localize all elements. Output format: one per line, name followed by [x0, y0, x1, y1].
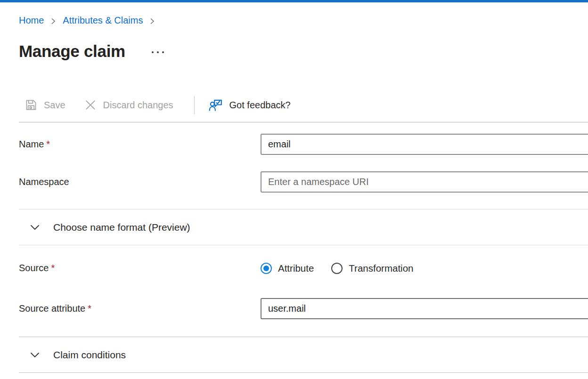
namespace-field-label: Namespace	[19, 177, 261, 187]
source-field-label: Source*	[19, 263, 261, 274]
source-attribute-input[interactable]	[261, 298, 588, 319]
source-transformation-radio[interactable]: Transformation	[331, 263, 413, 274]
source-attribute-radio-label: Attribute	[278, 263, 314, 274]
source-attribute-field-row: Source attribute*	[19, 298, 588, 319]
manage-claim-blade: Home Attributes & Claims Manage claim Sa…	[0, 14, 588, 373]
source-field-row: Source* Attribute Transformation	[19, 258, 588, 279]
ellipsis-icon	[152, 51, 154, 53]
name-field-row: Name*	[19, 134, 588, 155]
chevron-right-icon	[149, 18, 155, 24]
breadcrumb-home-link[interactable]: Home	[19, 14, 44, 27]
got-feedback-label: Got feedback?	[229, 100, 291, 111]
blade-top-accent-bar	[0, 0, 588, 2]
choose-name-format-section-label: Choose name format (Preview)	[53, 222, 190, 233]
radio-selected-icon	[261, 263, 272, 274]
save-button[interactable]: Save	[19, 99, 65, 111]
section-divider	[19, 372, 588, 373]
save-icon	[25, 99, 37, 111]
source-transformation-radio-label: Transformation	[349, 263, 413, 274]
source-attribute-field-label: Source attribute*	[19, 303, 261, 314]
namespace-input[interactable]	[261, 171, 588, 193]
source-attribute-radio[interactable]: Attribute	[261, 263, 314, 274]
title-row: Manage claim	[19, 41, 588, 61]
required-marker: *	[51, 263, 55, 273]
toolbar-divider	[194, 96, 195, 114]
toolbar-rule	[19, 122, 588, 122]
page-title: Manage claim	[19, 41, 125, 61]
required-marker: *	[46, 139, 50, 149]
chevron-down-icon	[29, 349, 41, 361]
more-options-button[interactable]	[149, 48, 167, 56]
ellipsis-icon	[157, 51, 159, 53]
chevron-right-icon	[50, 18, 57, 24]
breadcrumb-attributes-claims-link[interactable]: Attributes & Claims	[63, 14, 143, 27]
chevron-down-icon	[29, 222, 41, 233]
section-divider	[19, 245, 588, 245]
namespace-field-row: Namespace	[19, 171, 588, 193]
choose-name-format-section-header[interactable]: Choose name format (Preview)	[19, 210, 588, 245]
command-bar: Save Discard changes Got feedback?	[19, 94, 588, 116]
close-icon	[84, 99, 97, 111]
discard-changes-button[interactable]: Discard changes	[84, 99, 173, 111]
feedback-person-icon	[209, 98, 223, 112]
breadcrumb: Home Attributes & Claims	[19, 14, 588, 27]
got-feedback-button[interactable]: Got feedback?	[209, 98, 291, 112]
save-button-label: Save	[44, 100, 65, 111]
claim-conditions-section-header[interactable]: Claim conditions	[19, 337, 588, 372]
required-marker: *	[88, 303, 91, 314]
claim-conditions-section-label: Claim conditions	[53, 349, 126, 361]
source-radio-group: Attribute Transformation	[261, 263, 413, 274]
ellipsis-icon	[162, 51, 164, 53]
radio-unselected-icon	[331, 263, 343, 274]
name-field-label: Name*	[19, 139, 261, 150]
discard-changes-label: Discard changes	[103, 100, 173, 111]
name-input[interactable]	[261, 134, 588, 155]
